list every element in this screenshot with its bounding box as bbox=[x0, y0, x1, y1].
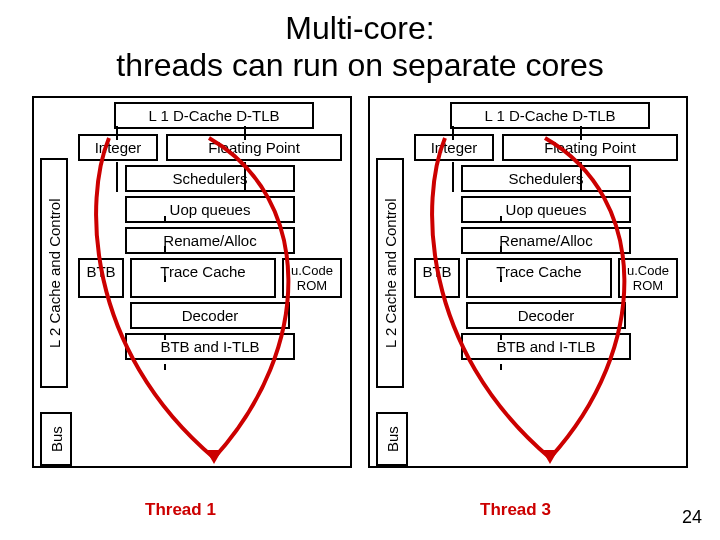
thread-1-label: Thread 1 bbox=[145, 500, 216, 520]
decoder: Decoder bbox=[130, 302, 290, 329]
btb: BTB bbox=[414, 258, 460, 298]
bus-label: Bus bbox=[40, 412, 72, 466]
rename-alloc: Rename/Alloc bbox=[461, 227, 631, 254]
l2-cache-label: L 2 Cache and Control bbox=[40, 158, 68, 388]
l1-dcache: L 1 D-Cache D-TLB bbox=[114, 102, 314, 129]
ucode-rom: u.Code ROM bbox=[282, 258, 342, 298]
btb-itlb: BTB and I-TLB bbox=[461, 333, 631, 360]
bus-label: Bus bbox=[376, 412, 408, 466]
core-1: L 1 D-Cache D-TLB L 2 Cache and Control … bbox=[368, 96, 688, 468]
uop-queues: Uop queues bbox=[461, 196, 631, 223]
fpoint-unit: Floating Point bbox=[502, 134, 678, 161]
trace-cache: Trace Cache bbox=[466, 258, 612, 298]
l2-cache-label: L 2 Cache and Control bbox=[376, 158, 404, 388]
integer-unit: Integer bbox=[414, 134, 494, 161]
trace-cache: Trace Cache bbox=[130, 258, 276, 298]
schedulers: Schedulers bbox=[125, 165, 295, 192]
uop-queues: Uop queues bbox=[125, 196, 295, 223]
decoder: Decoder bbox=[466, 302, 626, 329]
rename-alloc: Rename/Alloc bbox=[125, 227, 295, 254]
thread-3-label: Thread 3 bbox=[480, 500, 551, 520]
core-0: L 1 D-Cache D-TLB L 2 Cache and Control … bbox=[32, 96, 352, 468]
fpoint-unit: Floating Point bbox=[166, 134, 342, 161]
schedulers: Schedulers bbox=[461, 165, 631, 192]
ucode-rom: u.Code ROM bbox=[618, 258, 678, 298]
title-line-1: Multi-core: bbox=[0, 10, 720, 47]
integer-unit: Integer bbox=[78, 134, 158, 161]
btb: BTB bbox=[78, 258, 124, 298]
page-number: 24 bbox=[682, 507, 702, 528]
l1-dcache: L 1 D-Cache D-TLB bbox=[450, 102, 650, 129]
title-line-2: threads can run on separate cores bbox=[0, 47, 720, 84]
btb-itlb: BTB and I-TLB bbox=[125, 333, 295, 360]
